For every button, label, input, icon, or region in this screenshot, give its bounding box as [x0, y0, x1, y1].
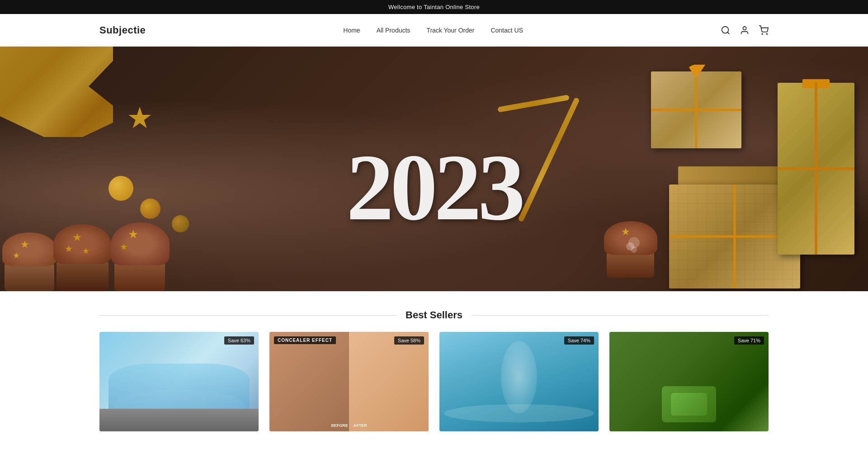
nav-item-contact-us[interactable]: Contact US: [491, 26, 523, 34]
svg-line-1: [727, 32, 729, 34]
best-sellers-section: Best Sellers Save 63%: [0, 291, 868, 440]
product-1-badge: Save 63%: [224, 336, 254, 345]
product-image-2: CONCEALER EFFECT Save 58% BEFORE AFTER: [269, 332, 429, 431]
gift-box-3: [778, 83, 854, 255]
product-card-2[interactable]: CONCEALER EFFECT Save 58% BEFORE AFTER: [269, 332, 429, 431]
concealer-label: CONCEALER EFFECT: [274, 336, 336, 344]
product-visual-1: [99, 332, 259, 431]
header-icons: [721, 25, 769, 35]
title-line-right: [472, 315, 769, 316]
product-visual-3: [439, 332, 599, 431]
product-card-1[interactable]: Save 63%: [99, 332, 259, 431]
product-4-badge: Save 71%: [734, 336, 764, 345]
cart-icon[interactable]: [759, 25, 769, 35]
hero-section: ★ ★ ★ ★ ★ ★: [0, 47, 868, 291]
nav-link-track-order[interactable]: Track Your Order: [426, 27, 474, 34]
nav-item-track-order[interactable]: Track Your Order: [426, 26, 474, 34]
best-sellers-title: Best Sellers: [406, 309, 462, 321]
before-after-labels: BEFORE AFTER: [331, 423, 367, 428]
svg-point-2: [743, 26, 746, 29]
logo[interactable]: Subjectie: [99, 24, 146, 36]
top-banner: Wellcome to Taintan Online Store: [0, 0, 868, 14]
svg-point-4: [766, 33, 767, 34]
nav-link-all-products[interactable]: All Products: [377, 27, 410, 34]
product-card-3[interactable]: Save 74%: [439, 332, 599, 431]
after-label: AFTER: [354, 423, 367, 428]
product-image-3: Save 74%: [439, 332, 599, 431]
product-2-badge: Save 58%: [394, 336, 424, 345]
product-card-4[interactable]: Save 71%: [609, 332, 769, 431]
svg-point-3: [762, 33, 763, 34]
main-nav: Home All Products Track Your Order Conta…: [343, 26, 523, 34]
hero-background: ★ ★ ★ ★ ★ ★: [0, 47, 868, 291]
banner-text: Wellcome to Taintan Online Store: [388, 4, 480, 10]
product-3-badge: Save 74%: [564, 336, 594, 345]
nav-link-contact-us[interactable]: Contact US: [491, 27, 523, 34]
gift-box-1: [651, 71, 741, 148]
product-visual-2: [269, 332, 429, 431]
product-image-4: Save 71%: [609, 332, 769, 431]
product-image-1: Save 63%: [99, 332, 259, 431]
cupcake-right: ★: [601, 223, 660, 278]
svg-point-0: [722, 26, 729, 33]
best-sellers-title-row: Best Sellers: [99, 309, 769, 321]
nav-item-all-products[interactable]: All Products: [377, 26, 410, 34]
before-label: BEFORE: [331, 423, 348, 428]
search-icon[interactable]: [721, 25, 731, 35]
products-row: Save 63% CONCEALER EFFECT Save 58% BEFOR…: [99, 332, 769, 431]
hero-year: 2023: [346, 140, 522, 235]
user-icon[interactable]: [740, 25, 750, 35]
nav-item-home[interactable]: Home: [343, 26, 360, 34]
product-visual-4: [609, 332, 769, 431]
header: Subjectie Home All Products Track Your O…: [0, 14, 868, 47]
title-line-left: [99, 315, 396, 316]
nav-link-home[interactable]: Home: [343, 27, 360, 34]
